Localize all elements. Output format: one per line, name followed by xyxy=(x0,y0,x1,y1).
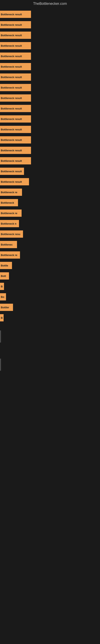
bar-label: Bottleneck re xyxy=(1,191,17,194)
bar-rect: Bottlenec xyxy=(0,241,17,248)
bar-row xyxy=(0,352,100,356)
bar-row: B xyxy=(0,313,100,322)
bar-rect: Bottleneck result xyxy=(0,115,31,122)
bar-label: Bottleneck n xyxy=(1,222,16,225)
bar-label: Bottleneck result xyxy=(1,13,22,16)
bar-rect: Bottleneck result xyxy=(0,126,31,133)
bar-rect: Bottleneck result xyxy=(0,11,31,18)
bar-label: Bottleneck result xyxy=(1,76,22,79)
bar-row: Bottleneck resu xyxy=(0,229,100,239)
bar-row: Bottleneck result xyxy=(0,41,100,50)
bar-rect: Bottleneck result xyxy=(0,42,31,49)
bar-rect: Bottleneck result xyxy=(0,21,31,28)
bar-row: Bottlenec xyxy=(0,240,100,249)
bar-rect: Bottle xyxy=(0,262,12,269)
bar-rect: Bottleneck n xyxy=(0,220,19,227)
bar-row xyxy=(0,328,100,344)
bar-label: Bottleneck result xyxy=(1,65,22,68)
bar-label: B xyxy=(1,285,2,288)
bar-label: Bottleneck result xyxy=(1,55,22,58)
bar-row: Bottleneck result xyxy=(0,10,100,19)
bar-rect: Bottleneck result xyxy=(0,136,31,144)
bar-label: Bottleneck result xyxy=(1,180,22,183)
bar-row: Bottleneck result xyxy=(0,51,100,61)
bar-row: Bott xyxy=(0,271,100,281)
bar-row: Bottleneck result xyxy=(0,20,100,30)
bar-label: B xyxy=(1,316,2,320)
bar-row: Bottleneck result xyxy=(0,114,100,124)
bar-row: B xyxy=(0,282,100,291)
bar-row xyxy=(0,324,100,328)
bar-row: Bottleneck re xyxy=(0,187,100,197)
bar-row: Bottle xyxy=(0,260,100,270)
bar-row: Bottleneck result xyxy=(0,72,100,82)
bar-rect: Bottleneck result xyxy=(0,74,31,81)
cursor-indicator xyxy=(0,330,1,342)
bar-rect: Bottleneck result xyxy=(0,147,31,154)
bar-row: Bottler xyxy=(0,302,100,312)
bar-label: Bo xyxy=(1,296,4,298)
bar-label: Bottleneck result xyxy=(1,170,22,173)
bar-label: Bottleneck result xyxy=(1,138,22,142)
bar-rect: Bottleneck result xyxy=(0,105,31,112)
bar-label: Bottlenec xyxy=(1,243,13,246)
bar-row: Bottleneck result xyxy=(0,93,100,103)
bar-row: Bottleneck result xyxy=(0,124,100,134)
bar-rect: Bo xyxy=(0,293,6,300)
bar-rect: Bottler xyxy=(0,304,13,311)
bar-row: Bottleneck re xyxy=(0,250,100,260)
bar-rect: Bottleneck result xyxy=(0,32,31,39)
bar-rect: Bottleneck xyxy=(0,199,18,206)
bar-row xyxy=(0,348,100,352)
bar-label: Bottleneck result xyxy=(1,149,22,152)
bars-container: Bottleneck resultBottleneck resultBottle… xyxy=(0,8,100,374)
bar-row: Bottleneck result xyxy=(0,135,100,145)
bar-label: Bottleneck re xyxy=(1,212,17,215)
bar-row: Bottleneck result xyxy=(0,83,100,92)
bar-rect: Bottleneck re xyxy=(0,188,22,196)
bar-label: Bottleneck result xyxy=(1,160,22,162)
bar-label: Bottleneck re xyxy=(1,254,17,256)
bar-label: Bottleneck result xyxy=(1,23,22,26)
bar-rect: Bottleneck result xyxy=(0,157,31,164)
bar-label: Bottleneck result xyxy=(1,86,22,89)
bar-rect: Bottleneck result xyxy=(0,63,31,70)
bar-row: Bottleneck result xyxy=(0,62,100,72)
bar-label: Bottleneck result xyxy=(1,44,22,47)
bar-row: Bottleneck re xyxy=(0,208,100,218)
bar-row: Bo xyxy=(0,292,100,302)
bar-row: Bottleneck xyxy=(0,198,100,208)
bar-rect: Bottleneck result xyxy=(0,84,31,91)
bar-rect: Bottleneck result xyxy=(0,168,24,175)
bar-row: Bottleneck result xyxy=(0,156,100,166)
bar-label: Bottleneck resu xyxy=(1,233,20,236)
bar-label: Bottle xyxy=(1,264,8,267)
bar-rect: B xyxy=(0,314,3,322)
bar-label: Bottleneck result xyxy=(1,107,22,110)
bar-row: Bottleneck result xyxy=(0,146,100,155)
bar-label: Bott xyxy=(1,274,6,278)
bar-row xyxy=(0,356,100,372)
bar-label: Bottleneck xyxy=(1,201,14,204)
bar-label: Bottleneck result xyxy=(1,128,22,131)
bar-rect: Bottleneck result xyxy=(0,94,31,102)
bar-row: Bottleneck result xyxy=(0,177,100,186)
bar-row: Bottleneck n xyxy=(0,219,100,228)
bar-label: Bottleneck result xyxy=(1,96,22,100)
bar-label: Bottleneck result xyxy=(1,34,22,37)
bar-rect: Bottleneck result xyxy=(0,52,31,60)
bar-label: Bottleneck result xyxy=(1,118,22,120)
bar-rect: Bottleneck resu xyxy=(0,230,23,238)
bar-row: Bottleneck result xyxy=(0,166,100,176)
bar-rect: Bottleneck re xyxy=(0,251,20,258)
bar-row: Bottleneck result xyxy=(0,104,100,113)
bar-row: Bottleneck result xyxy=(0,30,100,40)
cursor-indicator xyxy=(0,359,1,371)
bar-label: Bottler xyxy=(1,306,9,309)
bar-rect: Bottleneck re xyxy=(0,210,22,217)
bar-rect: Bott xyxy=(0,272,9,280)
bar-row xyxy=(0,344,100,348)
site-title: TheBottlenecker.com xyxy=(0,0,100,8)
bar-rect: B xyxy=(0,283,4,290)
bar-rect: Bottleneck result xyxy=(0,178,29,185)
